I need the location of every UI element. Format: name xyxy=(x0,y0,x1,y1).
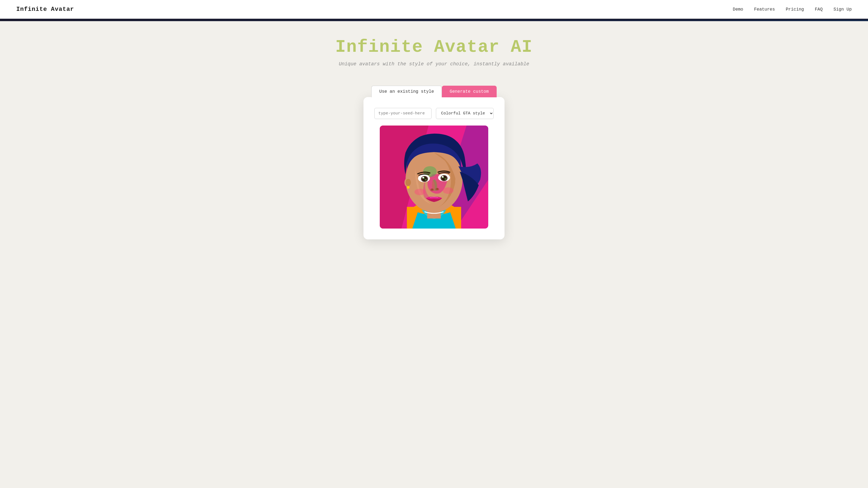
nav-links: Demo Features Pricing FAQ Sign Up xyxy=(733,7,852,12)
tab-existing-style[interactable]: Use an existing style xyxy=(371,86,442,97)
site-logo: Infinite Avatar xyxy=(16,6,74,13)
nav-faq[interactable]: FAQ xyxy=(815,7,823,12)
svg-point-10 xyxy=(455,177,462,186)
svg-point-27 xyxy=(414,189,425,195)
svg-point-28 xyxy=(443,187,454,194)
hero-section: Infinite Avatar AI Unique avatars with t… xyxy=(0,21,868,77)
hero-title: Infinite Avatar AI xyxy=(5,37,863,57)
style-select[interactable]: Colorful GTA style Anime style Watercolo… xyxy=(436,108,494,119)
main-content: Use an existing style Generate custom Co… xyxy=(0,77,868,256)
svg-point-16 xyxy=(422,177,424,178)
svg-point-21 xyxy=(444,178,446,180)
svg-point-8 xyxy=(405,179,411,186)
card: Colorful GTA style Anime style Watercolo… xyxy=(364,97,504,239)
svg-point-9 xyxy=(407,186,410,189)
svg-point-22 xyxy=(442,176,443,177)
nav-features[interactable]: Features xyxy=(754,7,775,12)
controls-row: Colorful GTA style Anime style Watercolo… xyxy=(374,108,494,119)
navbar: Infinite Avatar Demo Features Pricing FA… xyxy=(0,0,868,20)
avatar-svg xyxy=(380,126,488,229)
avatar-image-container xyxy=(380,126,488,229)
tab-container: Use an existing style Generate custom xyxy=(371,86,497,97)
nav-signup[interactable]: Sign Up xyxy=(834,7,852,12)
nav-demo[interactable]: Demo xyxy=(733,7,743,12)
hero-subtitle: Unique avatars with the style of your ch… xyxy=(5,61,863,67)
svg-point-25 xyxy=(431,189,433,190)
tab-generate-custom[interactable]: Generate custom xyxy=(442,86,497,97)
svg-point-26 xyxy=(436,188,438,190)
nav-pricing[interactable]: Pricing xyxy=(786,7,804,12)
svg-point-15 xyxy=(425,179,426,181)
seed-input[interactable] xyxy=(374,108,432,119)
